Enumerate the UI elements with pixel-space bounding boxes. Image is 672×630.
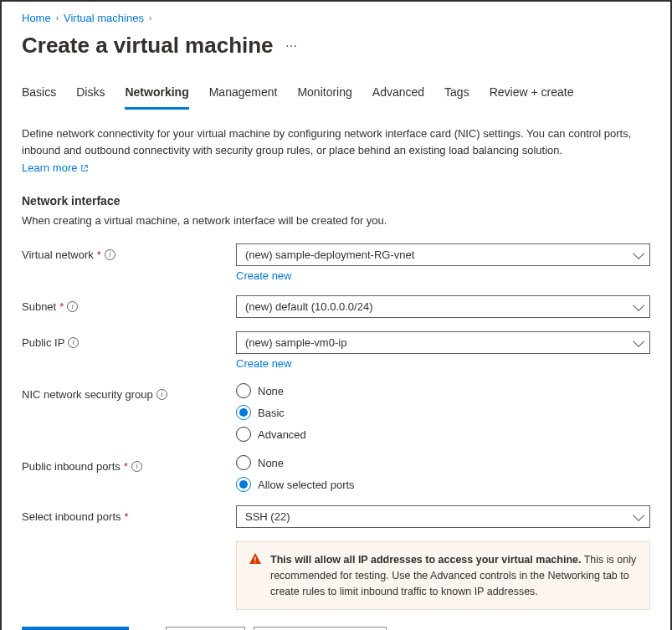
radio-nsg-none[interactable]: None <box>236 383 650 398</box>
page-title: Create a virtual machine <box>22 33 274 59</box>
tab-monitoring[interactable]: Monitoring <box>297 82 351 110</box>
breadcrumb-vms[interactable]: Virtual machines <box>64 12 144 24</box>
radio-icon <box>236 427 251 442</box>
breadcrumb-home[interactable]: Home <box>22 12 51 24</box>
tab-advanced[interactable]: Advanced <box>372 82 424 110</box>
radio-group-inbound: None Allow selected ports <box>236 455 650 492</box>
review-create-button[interactable]: Review + create <box>22 627 129 630</box>
info-icon[interactable]: i <box>105 249 115 260</box>
radio-icon <box>236 455 251 470</box>
radio-inbound-none[interactable]: None <box>236 455 650 470</box>
dropdown-subnet[interactable]: (new) default (10.0.0.0/24) <box>236 295 650 318</box>
warning-text: This will allow all IP addresses to acce… <box>270 552 638 599</box>
label-inbound-ports: Public inbound ports * i <box>22 455 236 473</box>
row-subnet: Subnet * i (new) default (10.0.0.0/24) <box>22 295 650 318</box>
radio-nsg-basic[interactable]: Basic <box>236 405 650 420</box>
required-indicator: * <box>125 510 129 523</box>
tab-basics[interactable]: Basics <box>22 82 56 110</box>
radio-icon <box>236 477 251 492</box>
radio-icon <box>236 383 251 398</box>
label-virtual-network: Virtual network * i <box>22 243 236 261</box>
label-subnet: Subnet * i <box>22 295 236 313</box>
label-nsg: NIC network security group i <box>22 383 236 401</box>
section-heading: Network interface <box>22 194 650 207</box>
dropdown-virtual-network[interactable]: (new) sample-deployment-RG-vnet <box>236 243 650 266</box>
row-select-ports: Select inbound ports * SSH (22) <box>22 505 650 528</box>
info-icon[interactable]: i <box>68 337 79 348</box>
required-indicator: * <box>59 300 64 313</box>
required-indicator: * <box>97 248 101 261</box>
info-icon[interactable]: i <box>156 389 167 400</box>
row-nsg: NIC network security group i None Basic … <box>22 383 650 442</box>
tab-disks[interactable]: Disks <box>76 82 105 110</box>
row-virtual-network: Virtual network * i (new) sample-deploym… <box>22 243 650 282</box>
learn-more-link[interactable]: Learn more <box>22 161 89 174</box>
row-inbound-ports: Public inbound ports * i None Allow sele… <box>22 455 650 492</box>
next-button[interactable]: Next : Management > <box>254 627 387 630</box>
dropdown-select-ports[interactable]: SSH (22) <box>236 505 650 528</box>
page-title-row: Create a virtual machine ⋯ <box>22 33 650 59</box>
radio-nsg-advanced[interactable]: Advanced <box>236 427 650 442</box>
tabs: Basics Disks Networking Management Monit… <box>22 82 650 110</box>
label-public-ip: Public IP i <box>22 331 236 349</box>
create-new-vnet-link[interactable]: Create new <box>236 269 291 282</box>
radio-group-nsg: None Basic Advanced <box>236 383 650 442</box>
create-new-public-ip-link[interactable]: Create new <box>236 357 291 370</box>
external-link-icon <box>80 164 89 172</box>
learn-more-text: Learn more <box>22 161 77 174</box>
previous-button[interactable]: < Previous <box>166 627 246 630</box>
dropdown-public-ip[interactable]: (new) sample-vm0-ip <box>236 331 650 354</box>
tab-networking[interactable]: Networking <box>125 82 188 110</box>
section-subtext: When creating a virtual machine, a netwo… <box>22 214 650 227</box>
info-icon[interactable]: i <box>131 461 142 472</box>
radio-icon <box>236 405 251 420</box>
warning-box: This will allow all IP addresses to acce… <box>236 541 650 610</box>
tab-tags[interactable]: Tags <box>444 82 469 110</box>
row-public-ip: Public IP i (new) sample-vm0-ip Create n… <box>22 331 650 370</box>
chevron-right-icon: › <box>56 13 59 23</box>
warning-icon <box>249 552 262 566</box>
tab-review[interactable]: Review + create <box>490 82 574 110</box>
required-indicator: * <box>124 460 128 473</box>
chevron-right-icon: › <box>149 13 151 23</box>
tab-description: Define network connectivity for your vir… <box>22 125 650 158</box>
tab-management[interactable]: Management <box>209 82 278 110</box>
more-menu-icon[interactable]: ⋯ <box>285 39 297 53</box>
breadcrumb: Home › Virtual machines › <box>22 12 650 24</box>
footer-buttons: Review + create < Previous Next : Manage… <box>22 627 650 630</box>
info-icon[interactable]: i <box>67 301 78 312</box>
radio-inbound-allow[interactable]: Allow selected ports <box>236 477 650 492</box>
label-select-ports: Select inbound ports * <box>22 505 236 523</box>
